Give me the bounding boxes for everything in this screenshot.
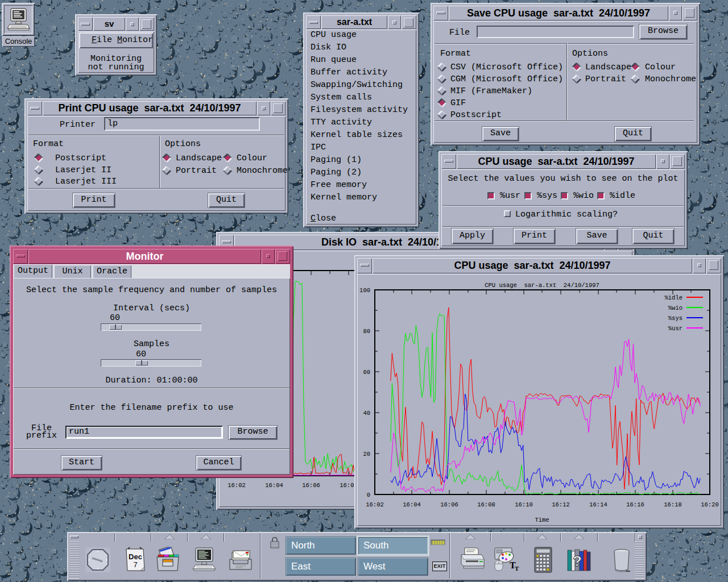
svg-text:%usr: %usr <box>668 325 682 332</box>
svg-text:16:06: 16:06 <box>440 501 458 508</box>
svg-text:%idle: %idle <box>664 294 682 301</box>
svg-text:Dec: Dec <box>129 552 142 561</box>
svg-text:%wio: %wio <box>668 305 682 311</box>
svg-text:%sys: %sys <box>668 315 682 322</box>
svg-text:40: 40 <box>363 410 370 417</box>
svg-text:16:10: 16:10 <box>515 501 533 508</box>
svg-text:16:18: 16:18 <box>664 501 682 508</box>
svg-text:100: 100 <box>359 287 370 294</box>
svg-text:16:04: 16:04 <box>265 482 283 489</box>
svg-text:16:12: 16:12 <box>552 501 570 508</box>
svg-text:60: 60 <box>363 369 370 376</box>
svg-text:?: ? <box>573 552 582 569</box>
svg-text:Time: Time <box>535 517 549 523</box>
svg-text:7: 7 <box>133 560 137 569</box>
svg-text:16:20: 16:20 <box>701 501 719 508</box>
svg-text:16:04: 16:04 <box>403 501 421 508</box>
svg-text:16:16: 16:16 <box>626 501 644 508</box>
svg-text:16:02: 16:02 <box>228 482 246 489</box>
svg-text:20: 20 <box>363 451 370 458</box>
svg-text:16:06: 16:06 <box>302 482 320 489</box>
svg-text:16:08: 16:08 <box>477 501 495 508</box>
svg-text:16:02: 16:02 <box>366 501 384 508</box>
svg-text:80: 80 <box>363 328 370 335</box>
svg-text:0: 0 <box>367 492 370 498</box>
svg-text:T: T <box>515 565 519 572</box>
svg-text:CPU usage sar-a.txt 24/10/19: CPU usage sar-a.txt 24/10/1997 <box>485 282 599 289</box>
svg-text:16:14: 16:14 <box>589 501 607 508</box>
